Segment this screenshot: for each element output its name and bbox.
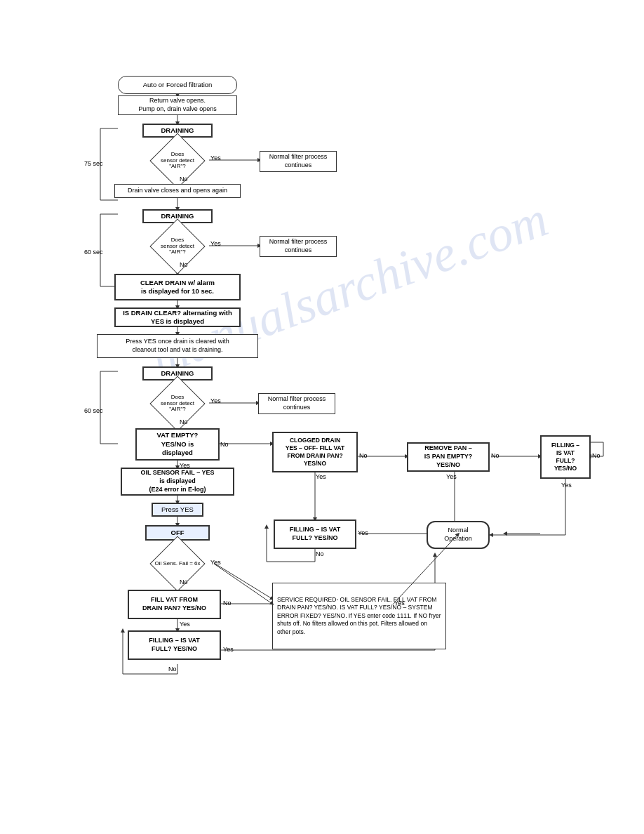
yes-vat-empty: Yes (180, 462, 190, 469)
press-yes-drain-box: Press YES once drain is cleared with cle… (97, 334, 258, 358)
normal2-label: Normal filter process continues (263, 238, 333, 254)
fill-vat-drain-label: FILL VAT FROM DRAIN PAN? YES/NO (142, 596, 206, 612)
normal-op-box: Normal Operation (427, 521, 490, 549)
service-required-box: SERVICE REQUIRED- OIL SENSOR FAIL. FILL … (272, 583, 446, 649)
no-label-d2: No (180, 261, 188, 268)
yes-filling-mid: Yes (358, 529, 368, 536)
filling-mid-box: FILLING – IS VAT FULL? YES/NO (274, 519, 356, 549)
oil-sensor-fail-box: OIL SENSOR FAIL – YES is displayed (E24 … (121, 468, 234, 496)
service-required-label: SERVICE REQUIRED- OIL SENSOR FAIL. FILL … (277, 596, 441, 636)
no-fill-vat: No (223, 600, 232, 607)
75sec-label: 75 sec (84, 160, 103, 167)
is-drain-clear-box: IS DRAIN CLEAR? alternating with YES is … (114, 307, 241, 327)
yes-remove-pan-bot: Yes (394, 600, 405, 607)
yes-filling-bot: Yes (223, 646, 234, 653)
drain-closes-label: Drain valve closes and opens again (128, 187, 227, 195)
auto-forced-box: Auto or Forced filtration (118, 76, 237, 94)
no-label-d1: No (180, 176, 188, 183)
arrows-svg (0, 0, 644, 834)
oil-sens-diamond: Oil Sens. Fail = 6x (149, 549, 206, 578)
oil-sensor-fail-label: OIL SENSOR FAIL – YES is displayed (E24 … (140, 469, 214, 494)
remove-pan-mid-label: REMOVE PAN – IS PAN EMPTY? YES/NO (424, 444, 472, 469)
yes-oil-sens: Yes (210, 559, 221, 566)
return-valve-box: Return valve opens. Pump on, drain valve… (118, 95, 237, 115)
drain-closes-box: Drain valve closes and opens again (114, 184, 241, 198)
svg-line-54 (214, 564, 272, 604)
yes-label-d3: Yes (210, 397, 221, 404)
vat-empty-box: VAT EMPTY? YES/NO is displayed (135, 428, 220, 461)
no-oil-sens: No (180, 578, 188, 585)
yes-filling-right: Yes (561, 482, 572, 489)
return-valve-label: Return valve opens. Pump on, drain valve… (138, 97, 217, 113)
filling-right-label: FILLING – IS VAT FULL? YES/NO (551, 442, 579, 472)
fill-vat-drain-box: FILL VAT FROM DRAIN PAN? YES/NO (128, 590, 221, 619)
no-filling-right: No (592, 452, 601, 459)
flowchart: manualsarchive.com (0, 0, 644, 834)
normal-op-label: Normal Operation (444, 527, 472, 543)
yes-label-d1: Yes (210, 154, 221, 161)
normal1-label: Normal filter process continues (263, 153, 333, 169)
yes-remove-pan-mid: Yes (446, 473, 457, 480)
no-filling-bot: No (168, 666, 177, 673)
sensor-diamond2: Doessensor detect"AIR"? (149, 232, 206, 261)
yes-fill-vat: Yes (180, 621, 190, 628)
remove-pan-mid-box: REMOVE PAN – IS PAN EMPTY? YES/NO (407, 442, 490, 472)
clear-drain-box: CLEAR DRAIN w/ alarm is displayed for 10… (114, 274, 241, 300)
60sec1-label: 60 sec (84, 249, 103, 256)
filling-vat-bot-label: FILLING – IS VAT FULL? YES/NO (149, 637, 200, 653)
filling-mid-label: FILLING – IS VAT FULL? YES/NO (290, 526, 341, 542)
normal3-label: Normal filter process continues (262, 395, 332, 411)
clear-drain-label: CLEAR DRAIN w/ alarm is displayed for 10… (140, 279, 215, 296)
sensor-diamond3: Doessensor detect"AIR"? (149, 389, 206, 418)
yes-clogged: Yes (316, 473, 326, 480)
press-yes-drain-label: Press YES once drain is cleared with cle… (126, 338, 229, 354)
is-drain-clear-label: IS DRAIN CLEAR? alternating with YES is … (119, 309, 236, 326)
60sec2-label: 60 sec (84, 407, 103, 414)
normal3-box: Normal filter process continues (258, 393, 335, 414)
press-yes-box[interactable]: Press YES (152, 503, 203, 517)
no-clogged: No (359, 452, 368, 459)
no-label-d3: No (180, 418, 188, 425)
clogged-drain-label: CLOGGED DRAIN YES – OFF- FILL VAT FROM D… (286, 437, 345, 468)
no-remove-pan-mid: No (491, 452, 499, 459)
no-vat-empty: No (220, 441, 229, 448)
auto-forced-label: Auto or Forced filtration (143, 81, 213, 89)
vat-empty-label: VAT EMPTY? YES/NO is displayed (157, 431, 199, 457)
normal2-box: Normal filter process continues (260, 236, 337, 257)
filling-right-box: FILLING – IS VAT FULL? YES/NO (540, 435, 591, 479)
press-yes-label: Press YES (161, 505, 194, 514)
svg-line-29 (214, 563, 272, 599)
filling-vat-bot-box: FILLING – IS VAT FULL? YES/NO (128, 630, 221, 660)
yes-label-d2: Yes (210, 240, 221, 247)
clogged-drain-box: CLOGGED DRAIN YES – OFF- FILL VAT FROM D… (272, 432, 358, 472)
sensor-diamond1: Doessensor detect"AIR"? (149, 146, 206, 176)
no-filling-mid: No (316, 550, 324, 557)
normal1-box: Normal filter process continues (260, 151, 337, 172)
